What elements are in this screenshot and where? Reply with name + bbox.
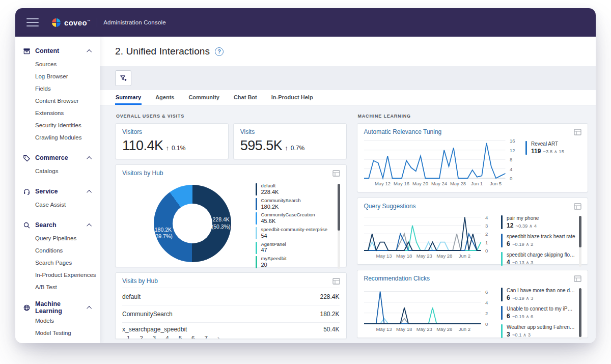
y-axis-labels: 01234 bbox=[481, 214, 496, 250]
legend-item[interactable]: Reveal ART 119~3.8 ∧ 15 bbox=[525, 141, 575, 155]
help-icon[interactable]: ? bbox=[215, 47, 224, 56]
sidebar-item[interactable]: Content Browser bbox=[15, 95, 100, 107]
pagination: 1234567 › bbox=[116, 334, 346, 339]
section-label-overall: OVERALL USERS & VISITS bbox=[116, 114, 347, 119]
legend-value: 47 bbox=[261, 247, 286, 254]
page-number[interactable]: 5 bbox=[179, 335, 182, 339]
legend-label: Can I have more than one device... bbox=[507, 287, 575, 294]
legend-item[interactable]: CommunitySearch 180.2K bbox=[256, 198, 333, 211]
ml-icon bbox=[23, 304, 31, 312]
metric-cards-row: Visitors 110.4K ↑ 0.1% Visits 5 bbox=[115, 123, 347, 164]
page-header: 2. Unified Interactions ? bbox=[100, 37, 596, 66]
sidebar-item[interactable]: Case Assist bbox=[15, 199, 100, 211]
add-filter-button[interactable] bbox=[115, 70, 131, 86]
section-label-ml: MACHINE LEARNING bbox=[358, 114, 589, 119]
table-row[interactable]: x_searchpage_speedbit50.4K bbox=[122, 322, 340, 334]
legend-item[interactable]: Can I have more than one device... 6~0.1… bbox=[501, 287, 575, 301]
legend-color-bar bbox=[501, 288, 503, 301]
tag-icon bbox=[23, 154, 31, 162]
table-view-icon[interactable] bbox=[574, 275, 581, 282]
legend-scrollbar[interactable] bbox=[579, 288, 581, 340]
page-number[interactable]: 2 bbox=[140, 335, 143, 339]
sidebar-item[interactable]: Extensions bbox=[15, 107, 100, 119]
legend-color-bar bbox=[256, 212, 257, 225]
hamburger-menu-icon[interactable] bbox=[26, 18, 39, 26]
legend-item[interactable]: mySpeedbit 20 bbox=[256, 256, 333, 269]
sidebar-item[interactable]: Model Testing bbox=[15, 327, 100, 339]
hub-table: default228.4K CommunitySearch180.2K x_se… bbox=[116, 288, 346, 334]
search-icon bbox=[23, 221, 31, 229]
sidebar-section-header[interactable]: Content bbox=[15, 44, 100, 58]
table-view-icon[interactable] bbox=[574, 203, 581, 210]
page-number[interactable]: 6 bbox=[191, 335, 195, 339]
app-title: Administration Console bbox=[103, 19, 166, 25]
table-view-icon[interactable] bbox=[574, 129, 581, 135]
archive-icon bbox=[23, 47, 31, 55]
legend-label: Weather app setting Fahrenheit t... bbox=[507, 324, 575, 330]
sidebar-section: Commerce Catalogs bbox=[15, 151, 100, 177]
legend-list: default 228.4K CommunitySearch bbox=[256, 183, 333, 269]
table-view-icon[interactable] bbox=[332, 278, 340, 285]
sidebar-section: Content SourcesLog BrowserFieldsContent … bbox=[15, 44, 100, 144]
sidebar-item[interactable]: Conditions bbox=[15, 244, 100, 257]
tab-in-product-help[interactable]: In-Product Help bbox=[271, 93, 314, 105]
donut-callout: 180.2K(39.7%) bbox=[154, 227, 173, 240]
page-number[interactable]: 3 bbox=[153, 335, 156, 339]
page-number[interactable]: 4 bbox=[165, 335, 169, 339]
page-number[interactable]: 1 bbox=[127, 335, 130, 339]
legend-label: speedbit charge skipping floors bbox=[507, 251, 575, 258]
legend-item[interactable]: speedbit blaze track heart rate 6~0.19 ∧… bbox=[501, 233, 575, 247]
sidebar-section-items: ModelsModel Testing bbox=[15, 315, 100, 339]
sidebar-section-header[interactable]: Service bbox=[15, 184, 100, 199]
table-row[interactable]: default228.4K bbox=[122, 288, 340, 305]
legend-label: speedbit blaze track heart rate bbox=[507, 233, 575, 240]
legend-item[interactable]: CommunityCaseCreation 45.6K bbox=[256, 212, 333, 225]
sidebar-item[interactable]: Models bbox=[15, 315, 100, 327]
sidebar-sections: Content SourcesLog BrowserFieldsContent … bbox=[15, 44, 100, 339]
visitors-metric-card: Visitors 110.4K ↑ 0.1% bbox=[115, 123, 229, 159]
brand-name: coveo™ bbox=[64, 18, 91, 27]
sidebar-item[interactable]: Sources bbox=[15, 58, 100, 70]
sidebar-item[interactable]: Query Pipelines bbox=[15, 232, 100, 244]
legend-item[interactable]: default 228.4K bbox=[256, 183, 333, 196]
sidebar-item[interactable]: In-Product Experiences bbox=[15, 269, 100, 281]
tab-agents[interactable]: Agents bbox=[155, 93, 175, 105]
next-page-icon[interactable]: › bbox=[217, 335, 220, 339]
sidebar-item[interactable]: A/B Test bbox=[15, 281, 100, 293]
sidebar-item[interactable]: Search Pages bbox=[15, 257, 100, 269]
legend-stats: 6~0.19 ∧ 2 bbox=[507, 240, 575, 247]
sidebar-section-header[interactable]: Machine Learning bbox=[15, 300, 100, 315]
recommendation-clicks-card: Recommendation Clicks May 13May 18May 23… bbox=[357, 270, 589, 338]
card-title: Query Suggestions bbox=[364, 203, 416, 210]
sidebar-item[interactable]: Crawling Modules bbox=[15, 131, 100, 144]
coveo-logo-icon bbox=[52, 18, 61, 27]
plot-area bbox=[364, 286, 481, 324]
sidebar-item[interactable]: Catalogs bbox=[15, 165, 100, 177]
legend-scrollbar[interactable] bbox=[579, 216, 581, 267]
sidebar-item[interactable]: Security Identities bbox=[15, 119, 100, 131]
legend-color-bar bbox=[256, 256, 257, 268]
table-row[interactable]: CommunitySearch180.2K bbox=[122, 305, 340, 322]
sidebar-item[interactable]: Fields bbox=[15, 82, 100, 95]
sidebar-section-header[interactable]: Commerce bbox=[15, 151, 100, 165]
legend-item[interactable]: Weather app setting Fahrenheit t... 3~0.… bbox=[501, 324, 575, 338]
donut-chart[interactable]: 228.4K(50.3%) 180.2K(39.7%) bbox=[154, 185, 231, 262]
tab-chat-bot[interactable]: Chat Bot bbox=[233, 93, 258, 105]
legend-item[interactable]: speedbit charge skipping floors 4~0.13 ∧… bbox=[501, 251, 575, 266]
sidebar-section-header[interactable]: Search bbox=[15, 218, 100, 232]
legend-item[interactable]: Unable to connect to my iPhone 6~0.19 ∧ … bbox=[501, 305, 575, 320]
card-title: Visitors by Hub bbox=[122, 170, 163, 177]
legend-item[interactable]: speedbit-community-enterprise 54 bbox=[256, 227, 333, 240]
tab-summary[interactable]: Summary bbox=[115, 93, 142, 105]
legend-item[interactable]: pair my phone 12~0.39 ∧ 4 bbox=[501, 215, 575, 229]
legend-item[interactable]: AgentPanel 47 bbox=[256, 241, 333, 255]
plot-area bbox=[364, 139, 506, 178]
sidebar-section-label: Search bbox=[35, 221, 88, 229]
sidebar-item[interactable]: Log Browser bbox=[15, 70, 100, 82]
legend-scrollbar[interactable] bbox=[338, 184, 340, 269]
legend-list: pair my phone 12~0.39 ∧ 4 speedbit blaze… bbox=[501, 215, 575, 266]
tab-community[interactable]: Community bbox=[188, 93, 220, 105]
table-view-icon[interactable] bbox=[332, 170, 340, 177]
page-number[interactable]: 7 bbox=[204, 335, 207, 339]
x-axis-labels: May 13May 18May 23May 28Jun 2 bbox=[364, 324, 481, 332]
